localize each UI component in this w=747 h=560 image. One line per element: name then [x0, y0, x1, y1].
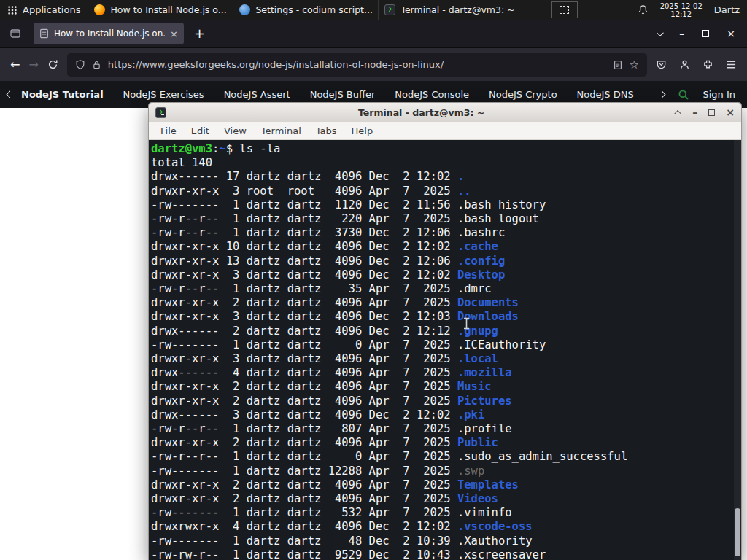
file-meta: -rw------- 1 dartz dartz 1120 Dec 2 11:5… — [151, 198, 457, 211]
file-meta: -rw-rw-r-- 1 dartz dartz 9529 Dec 2 10:4… — [151, 548, 457, 560]
browser-minimize-button[interactable]: – — [679, 28, 684, 39]
sign-in-button[interactable]: Sign In — [703, 89, 735, 100]
forward-button[interactable]: → — [28, 58, 38, 71]
terminal-scrollbar-thumb[interactable] — [735, 508, 740, 556]
terminal-file-line: -rw------- 1 dartz dartz 48 Dec 2 10:39 … — [151, 534, 729, 548]
file-meta: drwxr-xr-x 2 dartz dartz 4096 Apr 7 2025 — [151, 380, 457, 393]
terminal-minimize-button[interactable]: – — [692, 107, 697, 117]
reload-icon[interactable] — [47, 59, 58, 70]
terminal-icon — [384, 4, 395, 15]
prompt-symbol: $ — [226, 142, 240, 155]
account-icon[interactable] — [679, 59, 690, 70]
applications-menu-button[interactable]: Applications — [0, 0, 88, 20]
firefox-icon — [94, 4, 105, 15]
browser-tab[interactable]: How to Install Node.js on... × — [34, 23, 184, 44]
terminal-titlebar[interactable]: Terminal - dartz@vm3: ~ – × — [149, 103, 741, 122]
nav-item-nodejs-buffer[interactable]: NodeJS Buffer — [310, 89, 376, 100]
terminal-file-line: -rw-rw-r-- 1 dartz dartz 9529 Dec 2 10:4… — [151, 548, 729, 560]
file-name: Pictures — [457, 394, 512, 408]
nav-item-nodejs-console[interactable]: NodeJS Console — [395, 89, 469, 100]
terminal-close-button[interactable]: × — [726, 107, 735, 117]
url-text[interactable]: https://www.geeksforgeeks.org/node-js/in… — [108, 59, 606, 70]
new-tab-button[interactable]: + — [194, 27, 205, 40]
terminal-maximize-button[interactable] — [708, 109, 715, 116]
file-name: .sudo_as_admin_successful — [457, 450, 627, 463]
terminal-window: Terminal - dartz@vm3: ~ – × File Edit Vi… — [148, 102, 742, 560]
terminal-file-line: -rw-r--r-- 1 dartz dartz 3730 Dec 2 12:0… — [151, 226, 729, 240]
panel-user-label[interactable]: Dartz — [714, 4, 740, 15]
taskbar-window-terminal[interactable]: Terminal - dartz@vm3: ~ — [378, 0, 523, 20]
back-button[interactable]: ← — [10, 58, 20, 71]
nav-scroll-right-icon[interactable] — [659, 91, 666, 98]
menu-tabs[interactable]: Tabs — [309, 124, 344, 138]
file-name: .Xauthority — [457, 534, 533, 548]
reader-mode-icon[interactable] — [613, 60, 623, 70]
menu-help[interactable]: Help — [344, 124, 381, 138]
file-meta: drwxr-xr-x 2 dartz dartz 4096 Apr 7 2025 — [151, 478, 457, 491]
notification-bell-icon[interactable] — [638, 4, 649, 15]
tab-title: How to Install Node.js on... — [54, 28, 165, 39]
pocket-icon[interactable] — [656, 59, 667, 70]
browser-maximize-button[interactable] — [702, 30, 709, 37]
tray-screenshot-icon[interactable] — [551, 1, 578, 18]
file-meta: drwxr-xr-x 3 dartz dartz 4096 Dec 2 12:0… — [151, 310, 457, 323]
url-bar[interactable]: https://www.geeksforgeeks.org/node-js/in… — [67, 53, 647, 77]
browser-close-button[interactable]: × — [727, 28, 735, 39]
taskbar-window-firefox[interactable]: How to Install Node.js o... — [88, 0, 233, 20]
terminal-file-line: drwxr-xr-x 3 dartz dartz 4096 Dec 2 12:0… — [151, 268, 729, 282]
file-name: .bashrc — [457, 226, 505, 239]
file-meta: drwx------ 2 dartz dartz 4096 Dec 2 12:1… — [151, 324, 457, 338]
file-name: .mozilla — [457, 366, 512, 379]
terminal-total-line: total 140 — [151, 156, 729, 170]
terminal-scrollbar[interactable] — [734, 140, 741, 560]
terminal-file-line: drwx------ 17 dartz dartz 4096 Dec 2 12:… — [151, 170, 729, 184]
nav-item-nodejs-dns[interactable]: NodeJS DNS — [577, 89, 634, 100]
file-name: Documents — [457, 296, 519, 309]
tracking-shield-icon[interactable] — [75, 59, 85, 70]
nav-right-area: Sign In — [659, 89, 740, 101]
terminal-file-line: drwxr-xr-x 3 dartz dartz 4096 Dec 2 12:0… — [151, 310, 729, 324]
file-meta: -rw------- 1 dartz dartz 12288 Apr 7 202… — [151, 464, 457, 478]
nav-item-nodejs-assert[interactable]: NodeJS Assert — [224, 89, 290, 100]
tab-bar: How to Install Node.js on... × + – × — [0, 20, 747, 47]
file-meta: drwxr-xr-x 3 root root 4096 Apr 7 2025 — [151, 184, 457, 198]
extensions-icon[interactable] — [703, 59, 713, 70]
menu-view[interactable]: View — [217, 124, 254, 138]
file-name: .dmrc — [457, 282, 492, 295]
terminal-command: ls -la — [239, 142, 280, 155]
file-name: .cache — [457, 240, 498, 253]
terminal-file-line: -rw-r--r-- 1 dartz dartz 0 Apr 7 2025 .s… — [151, 450, 729, 464]
tab-list-chevron-icon[interactable] — [657, 29, 664, 36]
navigation-toolbar: ← → https://www.geeksforgeeks.org/node-j… — [0, 47, 747, 81]
tab-close-icon[interactable]: × — [170, 28, 178, 39]
menu-file[interactable]: File — [153, 124, 184, 138]
nav-item-nodejs-crypto[interactable]: NodeJS Crypto — [489, 89, 557, 100]
file-name: .bash_logout — [457, 212, 539, 225]
file-name: .local — [457, 352, 498, 365]
taskbar-window-settings[interactable]: Settings - codium script... — [233, 0, 378, 20]
menu-hamburger-icon[interactable] — [726, 60, 737, 69]
file-meta: drwxr-xr-x 3 dartz dartz 4096 Apr 7 2025 — [151, 352, 457, 365]
menu-terminal[interactable]: Terminal — [254, 124, 309, 138]
terminal-prompt-line: dartz@vm3:~$ ls -la — [151, 142, 729, 156]
firefox-view-icon[interactable] — [6, 24, 25, 43]
terminal-file-line: -rw------- 1 dartz dartz 12288 Apr 7 202… — [151, 464, 729, 478]
terminal-file-line: -rw------- 1 dartz dartz 1120 Dec 2 11:5… — [151, 198, 729, 212]
file-name: .profile — [457, 422, 512, 435]
nav-scroll-left-icon[interactable] — [7, 91, 14, 98]
panel-clock[interactable]: 2025-12-02 12:12 — [660, 2, 703, 18]
file-meta: -rw-r--r-- 1 dartz dartz 35 Apr 7 2025 — [151, 282, 457, 295]
nav-item-nodejs-exercises[interactable]: NodeJS Exercises — [123, 89, 204, 100]
file-name: .bash_history — [457, 198, 546, 211]
lock-icon[interactable] — [92, 60, 101, 70]
file-meta: -rw------- 1 dartz dartz 48 Dec 2 10:39 — [151, 534, 457, 548]
file-meta: -rw------- 1 dartz dartz 532 Apr 7 2025 — [151, 506, 457, 519]
menu-edit[interactable]: Edit — [184, 124, 217, 138]
file-meta: -rw-r--r-- 1 dartz dartz 220 Apr 7 2025 — [151, 212, 457, 225]
file-name: Templates — [457, 478, 519, 491]
desktop-panel: Applications How to Install Node.js o...… — [0, 0, 747, 20]
terminal-screen[interactable]: dartz@vm3:~$ ls -la total 140 drwx------… — [149, 140, 741, 560]
bookmark-star-icon[interactable]: ☆ — [630, 58, 639, 71]
search-icon[interactable] — [678, 89, 689, 101]
nav-item-nodejs-tutorial[interactable]: NodeJS Tutorial — [21, 89, 104, 100]
